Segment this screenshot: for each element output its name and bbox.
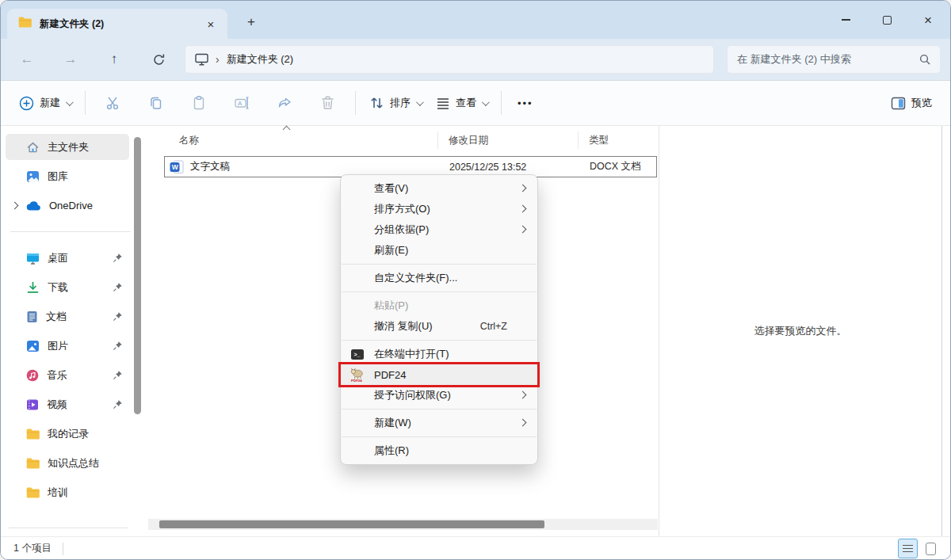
column-header-modified[interactable]: 修改日期 [449,134,488,147]
copy-button[interactable] [135,87,178,119]
paste-button[interactable] [178,87,220,119]
minimize-icon [842,19,850,21]
explorer-tab[interactable]: 新建文件夹 (2) × [7,9,227,39]
item-count: 1 个项目 [13,542,52,555]
sidebar-item-documents[interactable]: 文档 [6,303,129,330]
refresh-button[interactable] [144,46,173,73]
back-button[interactable]: ← [13,46,41,73]
view-button[interactable]: 查看 [429,91,495,115]
sidebar-item-folder[interactable]: 知识点总结 [6,450,129,476]
search-icon [919,54,930,65]
submenu-chevron-icon [519,226,527,234]
details-view-button[interactable] [898,539,918,558]
svg-text:A: A [238,100,243,107]
toolbar-divider [85,91,86,115]
menu-item-view[interactable]: 查看(V) [341,178,537,199]
horizontal-scrollbar-thumb[interactable] [159,520,544,528]
pictures-icon [26,340,40,352]
tab-close-button[interactable]: × [201,14,221,33]
folder-icon [18,17,32,31]
status-divider [63,543,63,555]
column-header-type[interactable]: 类型 [589,134,609,147]
large-icons-view-button[interactable] [921,539,941,558]
gallery-icon [26,170,40,183]
toolbar-divider [501,91,502,115]
menu-item-new[interactable]: 新建(W) [341,413,537,433]
pin-icon [113,341,123,351]
expand-chevron-icon[interactable] [11,202,19,210]
sidebar-item-music[interactable]: 音乐 [6,362,129,388]
delete-icon [320,95,335,111]
menu-divider [342,264,537,265]
onedrive-icon [26,200,41,211]
breadcrumb-chevron-icon: › [216,53,220,66]
sidebar-item-downloads[interactable]: 下载 [6,274,129,300]
pin-icon [113,370,123,380]
view-lines-icon [436,97,450,109]
column-headers: 名称 修改日期 类型 [147,126,659,153]
search-input[interactable]: 在 新建文件夹 (2) 中搜索 [727,45,941,74]
sidebar-item-videos[interactable]: 视频 [6,391,129,417]
pin-icon [113,282,123,292]
maximize-button[interactable] [866,1,907,39]
sidebar-item-onedrive[interactable]: OneDrive [6,192,129,219]
more-options-button[interactable]: ••• [508,93,543,114]
breadcrumb[interactable]: 新建文件夹 (2) [227,52,294,67]
minimize-button[interactable] [825,1,866,39]
details-view-icon [903,545,913,547]
up-button[interactable]: ↑ [100,46,128,73]
new-tab-button[interactable]: + [240,12,262,32]
column-divider[interactable] [578,131,579,149]
sidebar-item-desktop[interactable]: 桌面 [6,245,129,271]
menu-item-group-by[interactable]: 分组依据(P) [341,219,537,240]
close-icon: × [924,13,932,27]
menu-item-give-access[interactable]: 授予访问权限(G) [341,385,537,406]
titlebar: 新建文件夹 (2) × + × [1,1,950,39]
sort-button[interactable]: 排序 [362,91,429,115]
menu-item-refresh[interactable]: 刷新(E) [341,240,537,261]
rename-button[interactable]: A [220,87,263,119]
sidebar-item-folder[interactable]: 培训 [6,479,129,505]
sidebar-scrollbar[interactable] [134,137,141,414]
share-icon [277,95,292,111]
sort-icon [369,96,384,110]
navigation-bar: ← → ↑ › 新建文件夹 (2) 在 新建文件夹 (2) 中搜索 [1,39,950,80]
submenu-chevron-icon [519,391,527,399]
column-divider[interactable] [437,131,438,149]
window-controls: × [825,1,949,39]
preview-toggle-button[interactable]: 预览 [884,91,939,115]
delete-button[interactable] [306,87,349,119]
sidebar-item-home[interactable]: 主文件夹 [6,134,129,160]
pin-icon [113,311,123,322]
sidebar-item-gallery[interactable]: 图库 [6,163,129,189]
menu-item-open-in-terminal[interactable]: >_ 在终端中打开(T) [341,344,537,364]
sidebar-item-folder[interactable]: 我的记录 [6,421,129,447]
pdf24-icon: PDF24 [349,368,365,383]
close-button[interactable]: × [907,1,949,39]
menu-item-sort-by[interactable]: 排序方式(O) [341,199,537,219]
address-bar[interactable]: › 新建文件夹 (2) [185,45,714,74]
menu-shortcut: Ctrl+Z [480,321,507,332]
horizontal-scrollbar[interactable] [148,519,658,530]
sidebar-divider [9,528,128,528]
share-button[interactable] [263,87,306,119]
sidebar-item-label: 我的记录 [48,427,89,441]
menu-item-properties[interactable]: 属性(R) [341,440,537,461]
svg-text:PDF24: PDF24 [351,379,362,383]
view-button-label: 查看 [456,96,476,110]
forward-button[interactable]: → [56,46,85,73]
menu-item-pdf24[interactable]: PDF24 PDF24 [341,364,537,385]
folder-icon [26,458,40,469]
sidebar-item-label: 视频 [47,398,67,412]
cut-button[interactable] [92,87,135,119]
menu-item-paste[interactable]: 粘贴(P) [341,295,537,316]
menu-divider [342,291,537,292]
menu-item-customize-folder[interactable]: 自定义文件夹(F)... [341,268,537,288]
column-header-name[interactable]: 名称 [179,134,199,147]
command-bar: 新建 A 排序 查看 [1,80,950,126]
menu-item-undo-copy[interactable]: 撤消 复制(U) Ctrl+Z [341,316,537,337]
menu-divider [342,409,537,410]
sidebar-item-pictures[interactable]: 图片 [6,333,129,359]
new-button[interactable]: 新建 [12,91,78,116]
folder-icon [26,429,40,440]
